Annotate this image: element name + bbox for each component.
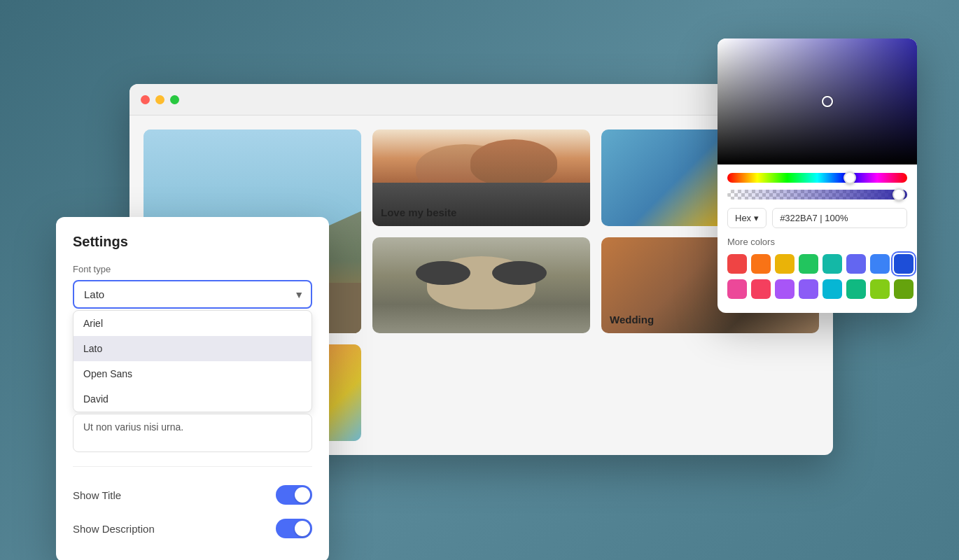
font-dropdown-list: Ariel Lato Open Sans David bbox=[73, 310, 312, 412]
show-description-label: Show Description bbox=[73, 523, 155, 535]
textarea-wrapper: Ut non varius nisi urna. bbox=[73, 414, 312, 455]
hue-slider-handle[interactable] bbox=[844, 172, 856, 184]
font-select[interactable]: Ariel Lato Open Sans David bbox=[73, 280, 312, 309]
swatch-violet[interactable] bbox=[799, 279, 818, 299]
close-button[interactable] bbox=[141, 95, 150, 104]
wedding-caption: Wedding bbox=[610, 314, 654, 326]
swatch-dark-blue[interactable] bbox=[894, 254, 913, 274]
swatch-indigo[interactable] bbox=[846, 254, 866, 274]
minimize-button[interactable] bbox=[155, 95, 164, 104]
show-title-label: Show Title bbox=[73, 489, 121, 501]
color-swatches-row2 bbox=[727, 279, 907, 299]
settings-divider bbox=[73, 466, 312, 467]
swatch-blue[interactable] bbox=[870, 254, 890, 274]
font-option-lato[interactable]: Lato bbox=[74, 336, 312, 361]
caption-text: Love my besite bbox=[381, 206, 456, 218]
swatch-rose[interactable] bbox=[751, 279, 771, 299]
show-description-row: Show Description bbox=[73, 512, 312, 545]
color-format-select[interactable]: Hex ▾ bbox=[727, 208, 766, 228]
show-title-row: Show Title bbox=[73, 478, 312, 512]
color-swatches-row1 bbox=[727, 254, 907, 274]
swatch-yellow[interactable] bbox=[775, 254, 794, 274]
color-picker-handle[interactable] bbox=[822, 96, 833, 107]
font-option-david[interactable]: David bbox=[74, 386, 312, 412]
opacity-slider[interactable] bbox=[727, 190, 907, 200]
women-caption: Love my besite bbox=[381, 206, 456, 219]
font-select-wrapper: Ariel Lato Open Sans David ▼ bbox=[73, 280, 312, 309]
hue-slider[interactable] bbox=[727, 173, 907, 183]
settings-panel: Settings Font type Ariel Lato Open Sans … bbox=[56, 217, 329, 560]
swatch-pink[interactable] bbox=[727, 279, 747, 299]
color-format-row: Hex ▾ #322BA7 | 100% bbox=[727, 208, 907, 228]
font-option-open-sans[interactable]: Open Sans bbox=[74, 361, 312, 386]
swatch-emerald[interactable] bbox=[846, 279, 866, 299]
more-colors-label: More colors bbox=[727, 237, 907, 247]
swatch-cyan[interactable] bbox=[822, 279, 842, 299]
show-title-toggle[interactable] bbox=[276, 485, 312, 505]
photo-women[interactable]: Love my besite bbox=[372, 130, 590, 226]
font-option-ariel[interactable]: Ariel bbox=[74, 311, 312, 336]
hex-value-text: #322BA7 | 100% bbox=[780, 213, 848, 223]
hex-format-label: Hex bbox=[735, 213, 751, 223]
chevron-down-icon: ▾ bbox=[754, 213, 759, 223]
settings-title: Settings bbox=[73, 234, 312, 250]
photo-raccoon[interactable] bbox=[372, 237, 590, 334]
swatch-dark-lime[interactable] bbox=[894, 279, 913, 299]
swatch-purple[interactable] bbox=[775, 279, 794, 299]
swatch-teal[interactable] bbox=[822, 254, 842, 274]
color-picker-panel: Hex ▾ #322BA7 | 100% More colors bbox=[718, 38, 917, 313]
show-description-toggle[interactable] bbox=[276, 519, 312, 538]
wedding-caption-text: Wedding bbox=[610, 314, 654, 326]
color-picker-controls: Hex ▾ #322BA7 | 100% More colors bbox=[718, 164, 917, 313]
font-type-label: Font type bbox=[73, 264, 312, 274]
swatch-red[interactable] bbox=[727, 254, 747, 274]
maximize-button[interactable] bbox=[170, 95, 179, 104]
swatch-orange[interactable] bbox=[751, 254, 771, 274]
swatch-green[interactable] bbox=[799, 254, 818, 274]
opacity-slider-handle[interactable] bbox=[892, 188, 905, 201]
color-hex-input[interactable]: #322BA7 | 100% bbox=[772, 208, 907, 228]
color-gradient-canvas[interactable] bbox=[718, 38, 917, 164]
swatch-lime[interactable] bbox=[870, 279, 890, 299]
preview-textarea[interactable]: Ut non varius nisi urna. bbox=[73, 414, 312, 452]
